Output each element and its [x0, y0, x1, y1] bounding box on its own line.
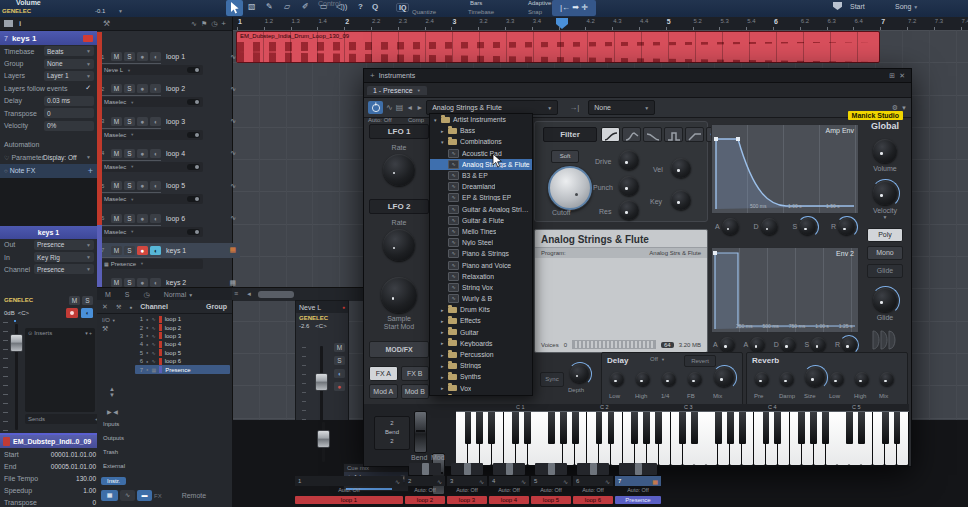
track-solo-button[interactable]: S [124, 117, 135, 126]
piano-black-key[interactable] [476, 412, 483, 444]
track-monitor-button[interactable]: ◖ [150, 181, 161, 190]
fader-handle[interactable] [10, 334, 23, 352]
plugin-comp-label[interactable]: Comp [408, 117, 424, 123]
console-fx-label[interactable]: FX [154, 493, 162, 499]
strip-solo-button[interactable]: S [334, 356, 345, 365]
piano-black-key[interactable] [679, 412, 686, 444]
piano-black-key[interactable] [774, 412, 781, 444]
midi-input-selector[interactable]: None▼ [588, 100, 655, 115]
lfo2-rate-knob[interactable] [383, 229, 415, 261]
strip-mini-fader-handle[interactable] [590, 463, 597, 475]
strip-number-row[interactable]: 7▦ [615, 476, 661, 486]
env-s-knob[interactable] [811, 337, 826, 352]
channel-mute-button[interactable]: M [69, 296, 80, 305]
channel-pan-value[interactable]: <C> [18, 310, 29, 316]
channel-record-button[interactable] [66, 308, 78, 318]
fx-Damp-knob[interactable] [780, 372, 794, 386]
track-record-button[interactable]: ● [137, 214, 148, 223]
tree-caret-icon[interactable]: ▸ [441, 340, 448, 346]
inspector-row-value[interactable]: Layer 1▼ [44, 71, 94, 81]
track-record-button[interactable]: ● [137, 117, 148, 126]
scrollbar-handle[interactable] [258, 291, 294, 298]
track-record-button[interactable]: ● [137, 84, 148, 93]
device-enable-toggle[interactable] [187, 99, 200, 105]
strip-auto-label[interactable]: Auto: Off [489, 487, 529, 493]
inspector-info-icon[interactable]: i [19, 19, 21, 28]
strip-track-name[interactable]: loop 3 [447, 496, 487, 504]
cue-gain-value[interactable]: -0.1 [95, 8, 105, 14]
console-inputs-button[interactable]: Inputs [103, 421, 119, 427]
tree-folder-item[interactable]: ▸Strings [430, 360, 532, 371]
tree-preset-item[interactable]: ∿Piano and Voice [430, 259, 532, 270]
tree-caret-icon[interactable]: ▸ [441, 385, 448, 391]
console-channel-row[interactable]: 7●▦Presence [135, 365, 230, 373]
inspector-row-value[interactable]: 0 [44, 108, 94, 118]
file-header[interactable]: EM_Dubstep_Indi..0_09 [0, 435, 100, 448]
piano-black-key[interactable] [882, 412, 889, 444]
strip-track-name[interactable]: Presence [615, 496, 661, 504]
piano-black-key[interactable] [894, 412, 901, 444]
track-solo-button[interactable]: S [124, 149, 135, 158]
global-solo-button[interactable]: S [125, 291, 130, 298]
console-trash-button[interactable]: Trash [103, 449, 118, 455]
track-mute-button[interactable]: M [111, 84, 122, 93]
console-remote-label[interactable]: Remote [182, 492, 207, 499]
plugin-auto-label[interactable]: Auto: Off [368, 117, 392, 123]
track-mute-button[interactable]: M [111, 149, 122, 158]
fx-Low-knob[interactable] [830, 372, 844, 386]
parameter-value[interactable]: Display: Off [43, 154, 76, 161]
filter-punch-knob[interactable] [619, 176, 639, 196]
tree-preset-item[interactable]: ∿Acoustic Pad [430, 148, 532, 159]
piano-black-key[interactable] [798, 412, 805, 444]
fx-moda-button[interactable]: Mod A [369, 384, 398, 399]
strip-record-icon[interactable]: ● [334, 382, 345, 391]
tree-preset-item[interactable]: ∿Guitar & Flute [430, 215, 532, 226]
preset-next-button[interactable]: ► [416, 104, 423, 111]
delay-mode-selector[interactable]: Off▼ [650, 356, 665, 362]
track-row[interactable]: 4MS●◖loop 4∿ [97, 146, 240, 161]
piano-black-key[interactable] [608, 412, 615, 444]
tree-preset-item[interactable]: ∿Relaxation [430, 271, 532, 282]
cue-gain-caret[interactable]: ▼ [118, 8, 123, 14]
eraser-tool-icon[interactable]: ▱ [284, 2, 290, 11]
strip-fader-handle[interactable] [315, 373, 328, 391]
mute-tool-icon[interactable]: ▭ [320, 2, 328, 11]
tree-caret-icon[interactable]: ▸ [441, 318, 448, 324]
piano-black-key[interactable] [560, 412, 567, 444]
filter-cutoff-knob[interactable] [548, 166, 592, 210]
console-outputs-button[interactable]: Outputs [103, 435, 124, 441]
filter-vel-knob[interactable] [671, 158, 691, 178]
inspector-row-value[interactable]: Beats▼ [44, 46, 94, 56]
track-monitor-button[interactable]: ◖ [150, 246, 161, 255]
help-button[interactable]: ? [358, 2, 363, 11]
amp-env-curve[interactable] [712, 125, 858, 213]
marker-flag-small-icon[interactable]: ⚑ [201, 20, 207, 28]
track-mute-button[interactable]: M [111, 181, 122, 190]
track-tools-wrench-icon[interactable]: ⚒ [103, 19, 110, 28]
track-device-selector[interactable]: Maselec▼ [101, 162, 203, 172]
note-fx-add-button[interactable]: + [88, 166, 93, 176]
tree-caret-icon[interactable]: ▸ [441, 307, 448, 313]
file-row-value[interactable]: 00005.01.01.00 [51, 463, 96, 470]
plugin-maximize-icon[interactable]: ⊞ [889, 72, 895, 80]
piano-black-key[interactable] [846, 412, 853, 444]
tree-caret-icon[interactable]: ▸ [441, 374, 448, 380]
fx-High-knob[interactable] [855, 372, 869, 386]
tree-caret-icon[interactable]: ▾ [441, 139, 448, 145]
strip-auto-label[interactable]: Auto: Off [573, 487, 613, 493]
piano-black-key[interactable] [488, 412, 495, 444]
strip-track-name[interactable]: loop 5 [531, 496, 571, 504]
strip-number-row[interactable]: 6∿ [573, 476, 613, 486]
console-external-button[interactable]: External [103, 463, 125, 469]
inspector-row-value[interactable]: 0% [44, 121, 94, 131]
track-device-selector[interactable]: ▦Presence▼ [101, 259, 203, 269]
strip-track-name[interactable]: loop 4 [489, 496, 529, 504]
track-mute-button[interactable]: M [111, 246, 122, 255]
track-mute-button[interactable]: M [111, 214, 122, 223]
piano-black-key[interactable] [524, 412, 531, 444]
iq-button[interactable]: IQ [396, 3, 409, 12]
console-channel-row[interactable]: 6●∿loop 6 [135, 357, 230, 365]
strip-mute-button[interactable]: M [334, 343, 345, 352]
glide-button[interactable]: Glide [867, 264, 903, 278]
timebase-value[interactable]: Bars [470, 0, 482, 6]
